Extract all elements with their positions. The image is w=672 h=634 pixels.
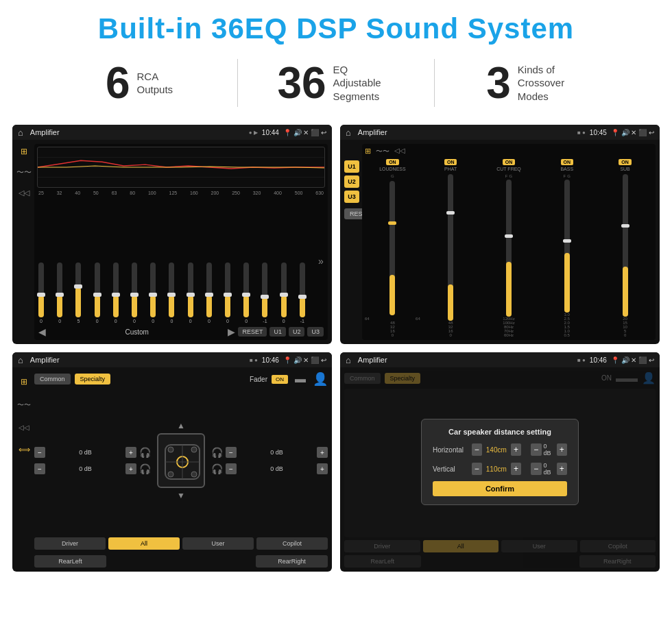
eq-filter-icon[interactable]: ⊞: [21, 147, 27, 156]
amp-controls-panel: ⊞ 〜〜 ◁◁ ON LOUDNESS G: [362, 144, 656, 340]
svg-point-8: [191, 447, 197, 452]
dialog-horizontal-plus[interactable]: +: [511, 443, 521, 456]
stat-eq-number: 36: [277, 61, 326, 105]
amp-phat-col: ON PHAT 48 32 16 0: [423, 159, 479, 337]
amp-u3-btn[interactable]: U3: [344, 191, 359, 203]
eq-next-btn[interactable]: ▶: [228, 326, 235, 337]
fader-copilot-btn[interactable]: Copilot: [256, 537, 328, 550]
dialog-rdb2-minus[interactable]: −: [531, 463, 542, 475]
speaker-fr: 🎧 − 0 dB +: [211, 447, 328, 458]
eq-slider-12: 0: [243, 263, 249, 324]
fader-home-icon[interactable]: ⌂: [18, 355, 23, 365]
amp-loudness-slider[interactable]: [389, 181, 395, 315]
eq-slider-5: 0: [113, 263, 119, 324]
stat-crossover: 3 Kinds ofCrossover Modes: [435, 61, 631, 105]
fader-main-content: ⊞ 〜〜 ◁◁ ⟺ Common Specialty Fader ON ▬: [16, 371, 328, 568]
fader-driver-btn[interactable]: Driver: [34, 537, 106, 550]
spk-fr-plus[interactable]: +: [317, 447, 328, 458]
amp-icons-row: ⊞ 〜〜 ◁◁: [365, 147, 653, 156]
eq-home-icon[interactable]: ⌂: [18, 127, 23, 138]
amp-sub-on[interactable]: ON: [619, 159, 632, 165]
eq-u3-btn[interactable]: U3: [307, 327, 324, 337]
eq-u2-btn[interactable]: U2: [289, 327, 305, 337]
fader-on-badge[interactable]: ON: [272, 375, 288, 384]
fader-status-bar: ⌂ Amplifier ■ ● 10:46 📍 🔊 ✕ ⬛ ↩: [12, 352, 332, 367]
stat-rca-number: 6: [106, 61, 130, 105]
fader-bottom-buttons: Driver All User Copilot: [34, 537, 328, 550]
amp-cutfreq-on[interactable]: ON: [503, 159, 516, 165]
fader-toggle-icon[interactable]: ▬: [292, 373, 309, 385]
fader-time: 10:46: [262, 356, 279, 364]
spk-rl-val: 0 dB: [48, 465, 123, 472]
eq-preset-label: Custom: [49, 328, 225, 336]
eq-prev-btn[interactable]: ◀: [38, 326, 46, 337]
freq-50: 50: [93, 191, 99, 195]
freq-320: 320: [253, 191, 261, 195]
fader-speaker-icon[interactable]: ◁◁: [19, 424, 29, 431]
eq-u1-btn[interactable]: U1: [269, 327, 286, 337]
spk-fl-plus[interactable]: +: [125, 447, 136, 458]
spk-rr-minus[interactable]: −: [226, 463, 237, 474]
amp-cutfreq-slider[interactable]: [506, 180, 512, 317]
spk-fl-minus[interactable]: −: [34, 447, 45, 458]
amp-phat-on[interactable]: ON: [444, 159, 457, 165]
eq-reset-btn[interactable]: RESET: [238, 327, 267, 337]
fader-common-tab[interactable]: Common: [34, 374, 71, 385]
fader-specialty-tab[interactable]: Specialty: [75, 374, 111, 385]
fader-left-icons: ⊞ 〜〜 ◁◁ ⟺: [16, 371, 32, 568]
eq-speaker-icon[interactable]: ◁◁: [19, 188, 29, 197]
dialog-vertical-minus[interactable]: −: [472, 463, 482, 475]
freq-63: 63: [112, 191, 117, 195]
svg-point-7: [168, 447, 173, 452]
eq-wave-icon[interactable]: 〜〜: [16, 167, 32, 178]
fader-car-diagram: [157, 433, 205, 488]
eq-slider-9: 0: [188, 263, 193, 324]
amp-screen-title: Amplifier: [355, 128, 573, 136]
amp-speaker-icon[interactable]: ◁◁: [394, 147, 405, 156]
eq-slider-3: 5: [75, 263, 81, 324]
eq-sliders: 0 0 5 0: [37, 198, 325, 324]
fader-user-btn[interactable]: User: [182, 537, 254, 550]
spk-rl-minus[interactable]: −: [34, 463, 45, 474]
spk-fl-val: 0 dB: [48, 449, 123, 456]
fader-wave-icon[interactable]: 〜〜: [17, 400, 31, 410]
amp-u2-btn[interactable]: U2: [344, 175, 359, 188]
fader-main-panel: Common Specialty Fader ON ▬ 👤 −: [34, 371, 328, 568]
confirm-button[interactable]: Confirm: [433, 481, 567, 496]
spk-rl-plus[interactable]: +: [125, 463, 136, 474]
dialog-rdb2-plus[interactable]: +: [557, 463, 568, 475]
dialog-overlay: Car speaker distance setting Horizontal …: [340, 352, 660, 572]
amp-eq-icon[interactable]: ⊞: [365, 147, 371, 156]
eq-content-area: ⊞ 〜〜 ◁◁: [12, 140, 332, 344]
amp-phat-slider[interactable]: [448, 174, 453, 321]
dialog-vertical-plus[interactable]: +: [511, 463, 521, 475]
dialog-right-db-row: − 0 dB +: [531, 443, 567, 456]
dialog-horizontal-minus[interactable]: −: [472, 443, 482, 456]
dialog-vertical-label: Vertical: [433, 465, 468, 473]
eq-slider-10: 0: [206, 263, 212, 324]
fader-profile-icon[interactable]: 👤: [313, 371, 328, 387]
eq-more-icon[interactable]: »: [318, 256, 324, 267]
amp-bass-slider[interactable]: [564, 180, 570, 313]
fader-eq-icon[interactable]: ⊞: [21, 377, 27, 387]
right-speakers: 🎧 − 0 dB + 🎧 − 0 dB +: [211, 447, 328, 474]
speaker-grid: − 0 dB + 🎧 − 0 dB + 🎧: [34, 389, 328, 532]
amp-wave-icon[interactable]: 〜〜: [376, 147, 389, 156]
fader-all-btn[interactable]: All: [108, 537, 180, 550]
amp-home-icon[interactable]: ⌂: [346, 127, 351, 138]
amp-bass-label: BASS: [560, 167, 573, 171]
fader-rearright-btn[interactable]: RearRight: [256, 555, 328, 568]
amp-bass-on[interactable]: ON: [561, 159, 574, 165]
freq-160: 160: [190, 191, 198, 195]
dialog-rdb-plus[interactable]: +: [557, 443, 568, 456]
amp-loudness-on[interactable]: ON: [386, 159, 399, 165]
dialog-vertical-row: Vertical − 110cm + − 0 dB +: [433, 462, 567, 476]
amp-u1-btn[interactable]: U1: [344, 160, 359, 173]
dialog-rdb-minus[interactable]: −: [531, 443, 542, 456]
amp-phat-label: PHAT: [444, 167, 457, 171]
fader-arrows-icon[interactable]: ⟺: [19, 445, 30, 454]
amp-sub-slider[interactable]: [623, 174, 628, 317]
fader-rearleft-btn[interactable]: RearLeft: [34, 555, 106, 568]
spk-rr-plus[interactable]: +: [317, 463, 328, 474]
spk-fr-minus[interactable]: −: [226, 447, 237, 458]
